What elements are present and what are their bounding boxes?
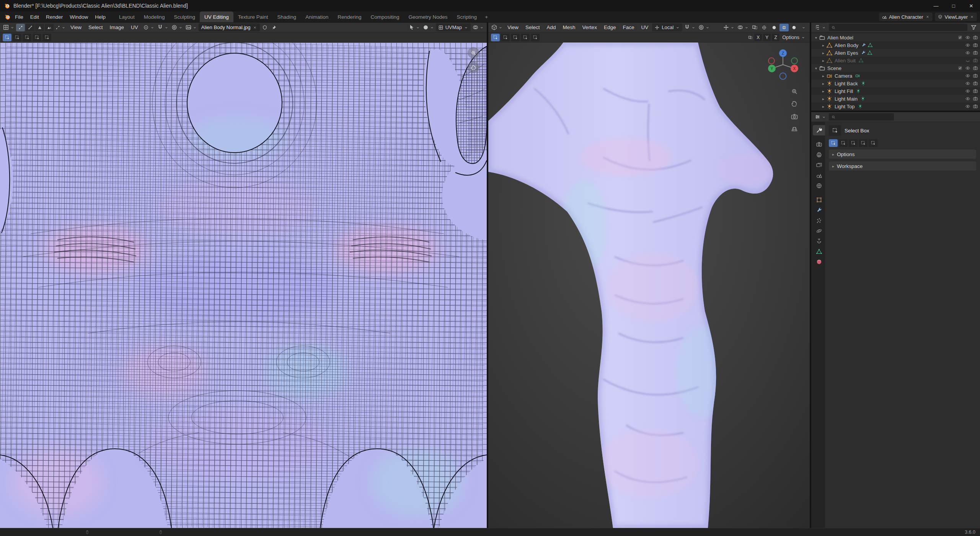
uv-normal-map-image[interactable] (0, 42, 487, 528)
render-visibility-icon[interactable] (973, 35, 978, 40)
expand-arrow[interactable]: ▸ (820, 51, 826, 55)
scene-selector[interactable]: Alien Character (879, 13, 933, 21)
outliner-item-label[interactable]: Alien Eyes (835, 50, 858, 56)
outliner-row-alien-eyes[interactable]: ▸ Alien Eyes (811, 49, 980, 57)
overlays-dropdown[interactable] (736, 23, 750, 32)
properties-editor-type-button[interactable] (814, 113, 827, 121)
select-mode-new-button[interactable] (829, 139, 838, 147)
outliner-item-label[interactable]: Alien Body (835, 42, 858, 48)
expand-arrow[interactable]: ▾ (813, 36, 819, 40)
tab-uv-editing[interactable]: UV Editing (200, 11, 233, 22)
outliner-row-light-top[interactable]: ▸ Light Top (811, 103, 980, 110)
viewport-camera-view-button[interactable] (791, 113, 798, 121)
select-mode-invert-button[interactable] (859, 139, 867, 147)
tab-rendering[interactable]: Rendering (333, 11, 366, 22)
outliner-display-mode-dropdown[interactable] (814, 23, 827, 32)
expand-arrow[interactable]: ▸ (820, 81, 826, 86)
modifier-icon[interactable] (861, 42, 866, 48)
uv-select-mode-island[interactable] (45, 24, 54, 31)
transform-orientation-dropdown[interactable]: Local (652, 23, 682, 31)
vp-menu-vertex[interactable]: Vertex (579, 23, 600, 32)
eye-icon[interactable] (965, 35, 970, 40)
uv-canvas[interactable] (0, 42, 487, 528)
uv-menu-uv[interactable]: UV (128, 23, 141, 32)
window-minimize-button[interactable]: — (927, 0, 945, 11)
particles-tab[interactable] (813, 215, 825, 226)
render-visibility-icon[interactable] (973, 50, 978, 55)
select-mode-subtract-button[interactable] (23, 34, 31, 41)
camera-data-icon[interactable] (855, 73, 860, 78)
menu-render[interactable]: Render (42, 11, 66, 22)
outliner-row-scene[interactable]: ▾ Scene (811, 64, 980, 72)
render-visibility-icon[interactable] (973, 96, 978, 101)
eye-icon[interactable] (965, 65, 970, 71)
shading-rendered-button[interactable] (789, 24, 799, 31)
uv-select-mode-face[interactable] (35, 24, 44, 31)
expand-arrow[interactable]: ▸ (820, 104, 826, 109)
eye-icon[interactable] (965, 50, 970, 55)
render-visibility-icon[interactable] (973, 73, 978, 78)
outliner-search-input[interactable] (829, 24, 967, 31)
checkbox-icon[interactable] (957, 35, 963, 40)
select-mode-extend-button[interactable] (839, 139, 848, 147)
outliner-row-light-main[interactable]: ▸ Light Main (811, 95, 980, 103)
snapping-dropdown[interactable] (683, 23, 696, 32)
outliner-item-label[interactable]: Light Top (835, 104, 855, 109)
render-visibility-icon[interactable] (973, 58, 978, 63)
object-data-tab[interactable] (813, 246, 825, 257)
proportional-edit-dropdown[interactable] (697, 23, 711, 32)
remove-view-layer-icon[interactable] (970, 15, 974, 19)
physics-tab[interactable] (813, 226, 825, 236)
expand-arrow[interactable]: ▸ (820, 89, 826, 93)
vp-menu-select[interactable]: Select (522, 23, 543, 32)
viewport-canvas[interactable]: Z X Y (488, 42, 810, 528)
image-datablock-field[interactable]: Alien Body Normal.jpg (199, 23, 260, 31)
tab-shading[interactable]: Shading (273, 11, 301, 22)
zoom-gizmo-button[interactable] (468, 47, 479, 59)
window-close-button[interactable]: ✕ (962, 0, 980, 11)
light-data-icon[interactable] (860, 96, 866, 101)
light-data-icon[interactable] (861, 81, 866, 86)
vp-menu-uv[interactable]: UV (638, 23, 651, 32)
outliner-row-alien-body[interactable]: ▸ Alien Body (811, 41, 980, 49)
modifiers-tab[interactable] (813, 205, 825, 215)
outliner-item-label[interactable]: Camera (835, 73, 852, 79)
mesh-data-icon[interactable] (867, 42, 873, 48)
eye-closed-icon[interactable] (965, 58, 970, 63)
select-mode-invert-button[interactable] (521, 34, 530, 41)
tab-animation[interactable]: Animation (301, 11, 333, 22)
display-channels-dropdown[interactable] (422, 23, 435, 32)
shading-dropdown[interactable] (799, 23, 808, 32)
unlink-scene-icon[interactable] (925, 15, 930, 19)
snapping-dropdown[interactable] (156, 23, 170, 32)
image-browse-dropdown[interactable] (184, 23, 198, 32)
eye-icon[interactable] (965, 88, 970, 94)
tab-modeling[interactable]: Modeling (139, 11, 170, 22)
eye-icon[interactable] (965, 96, 970, 101)
outliner-row-alien-model[interactable]: ▾ Alien Model (811, 34, 980, 41)
material-tab[interactable] (813, 257, 825, 267)
pivot-point-dropdown[interactable] (142, 23, 155, 32)
eye-icon[interactable] (965, 73, 970, 78)
vp-menu-face[interactable]: Face (620, 23, 637, 32)
vp-menu-mesh[interactable]: Mesh (560, 23, 579, 32)
outliner-row-camera[interactable]: ▸ Camera (811, 72, 980, 80)
select-mode-intersect-button[interactable] (869, 139, 877, 147)
outliner-item-label[interactable]: Light Back (835, 81, 858, 86)
expand-arrow[interactable]: ▸ (820, 97, 826, 101)
window-maximize-button[interactable]: □ (945, 0, 962, 11)
menu-file[interactable]: File (11, 11, 27, 22)
uv-menu-view[interactable]: View (67, 23, 85, 32)
panel-workspace[interactable]: ▸ Workspace (829, 161, 976, 171)
tab-sculpting[interactable]: Sculpting (169, 11, 200, 22)
expand-arrow[interactable]: ▸ (820, 59, 826, 63)
outliner-row-light-back[interactable]: ▸ Light Back (811, 80, 980, 87)
shading-wireframe-button[interactable] (760, 24, 769, 31)
menu-edit[interactable]: Edit (27, 11, 42, 22)
unlink-image-icon[interactable] (253, 25, 257, 30)
outliner-row-alien-suit[interactable]: ▸ Alien Suit (811, 57, 980, 64)
eye-icon[interactable] (965, 42, 970, 48)
mesh-data-icon[interactable] (858, 58, 864, 63)
uv-menu-select[interactable]: Select (85, 23, 106, 32)
output-tab[interactable] (813, 150, 825, 160)
